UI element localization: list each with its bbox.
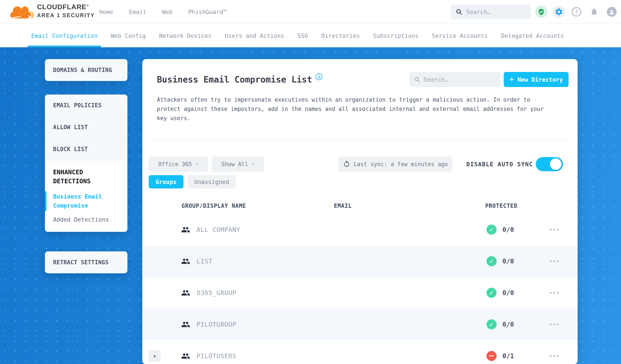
divider <box>149 140 568 140</box>
gear-icon[interactable] <box>553 6 565 18</box>
sidebar-card-retract-settings: RETRACT SETTINGS <box>45 251 127 273</box>
row-menu-button[interactable] <box>550 227 563 232</box>
global-search-input[interactable] <box>466 9 526 15</box>
table-row[interactable]: O365_GROUP 0/0 <box>142 277 578 309</box>
sidebar-item-added-detections[interactable]: Added Detections <box>53 216 119 223</box>
group-icon <box>181 225 190 235</box>
topnav-item[interactable]: Home <box>99 9 113 15</box>
table-body: ALL COMPANY 0/0 LIST <box>142 214 578 364</box>
tab-groups[interactable]: Groups <box>149 175 184 189</box>
table-row[interactable]: ALL COMPANY 0/0 <box>142 214 578 245</box>
protected-status-icon <box>486 288 497 298</box>
row-menu-button[interactable] <box>550 353 563 359</box>
protected-status-icon <box>486 351 497 361</box>
subnav-tab[interactable]: Users and Actions <box>221 24 288 47</box>
user-avatar-icon[interactable] <box>605 6 618 18</box>
row-menu-button[interactable] <box>550 321 563 327</box>
column-email: EMAIL <box>334 203 352 209</box>
show-filter-value: Show All <box>221 161 248 167</box>
row-menu-button[interactable] <box>550 258 563 264</box>
subnav-tab[interactable]: Network Devices <box>155 24 215 47</box>
table-row[interactable]: PILOTUSERS 0/1 <box>142 340 578 364</box>
table-row[interactable]: PILOTGROUP 0/0 <box>142 309 578 340</box>
subnav-tab[interactable]: Email Configuration <box>28 24 101 47</box>
global-search[interactable] <box>451 4 531 19</box>
search-icon <box>414 76 420 83</box>
show-filter-select[interactable]: Show All ▾ <box>212 156 264 172</box>
tab-unassigned[interactable]: Unassigned <box>187 175 236 189</box>
sub-nav: Email ConfigurationWeb ConfigNetwork Dev… <box>0 24 621 47</box>
group-icon <box>181 351 190 362</box>
protected-status-icon <box>486 256 497 266</box>
sidebar-item-business-email-compromise[interactable]: Business Email Compromise <box>53 192 119 210</box>
sidebar-item-domains-routing[interactable]: DOMAINS & ROUTING <box>45 59 127 81</box>
list-search-input[interactable] <box>424 76 496 83</box>
subnav-tab[interactable]: Web Config <box>107 24 149 47</box>
app-root: CLOUDFLARE® AREA 1 SECURITY HomeEmailWeb… <box>0 0 621 364</box>
main-panel: Business Email Compromise List i + New D… <box>142 59 578 364</box>
toggle-knob <box>550 158 561 170</box>
column-protected: PROTECTED <box>485 203 518 209</box>
new-directory-label: New Directory <box>518 76 563 83</box>
group-icon <box>181 320 190 330</box>
chevron-down-icon: ▾ <box>252 162 255 167</box>
sidebar-section-enhanced-detections: ENHANCED DETECTIONS Business Email Compr… <box>45 160 127 232</box>
group-icon <box>181 288 190 298</box>
sidebar-item-retract-settings[interactable]: RETRACT SETTINGS <box>45 251 127 273</box>
group-icon <box>181 257 190 267</box>
last-sync-label: Last sync: a few minutes ago <box>354 161 448 167</box>
group-name: PILOTUSERS <box>197 340 236 364</box>
protected-status-icon <box>486 319 497 329</box>
plus-icon: + <box>509 75 514 84</box>
sidebar-card-domains-routing: DOMAINS & ROUTING <box>45 59 127 81</box>
auto-sync-toggle[interactable] <box>536 157 563 171</box>
sidebar-item-block-list[interactable]: BLOCK LIST <box>45 139 127 160</box>
topnav-item[interactable]: PhishGuard™ <box>188 9 227 15</box>
subnav-tab[interactable]: Directories <box>318 24 363 47</box>
subnav-tab[interactable]: Delegated Accounts <box>498 24 568 47</box>
subnav-tab[interactable]: Service Accounts <box>429 24 491 47</box>
list-search[interactable] <box>410 72 501 87</box>
help-icon[interactable]: ? <box>570 6 583 18</box>
cloudflare-logo-icon <box>9 2 35 22</box>
expand-row-button[interactable] <box>149 350 161 362</box>
new-directory-button[interactable]: + New Directory <box>504 72 569 87</box>
info-icon[interactable]: i <box>315 73 322 80</box>
subnav-tab[interactable]: Subscriptions <box>370 24 422 47</box>
search-icon <box>456 8 462 15</box>
protected-status-icon <box>486 225 497 235</box>
page-background: DOMAINS & ROUTING EMAIL POLICIES ALLOW L… <box>0 47 621 364</box>
last-sync-button[interactable]: Last sync: a few minutes ago <box>338 156 452 172</box>
sidebar-item-allow-list[interactable]: ALLOW LIST <box>45 117 127 139</box>
notifications-bell-icon[interactable] <box>588 6 600 18</box>
page-title: Business Email Compromise List <box>157 75 312 85</box>
sidebar-item-enhanced-detections[interactable]: ENHANCED DETECTIONS <box>53 168 119 186</box>
protected-count: 0/0 <box>502 245 514 277</box>
protected-count: 0/1 <box>502 340 514 364</box>
auto-sync-label: DISABLE AUTO SYNC <box>466 156 533 172</box>
security-shield-icon[interactable] <box>535 6 548 18</box>
topbar-icons: ? <box>535 0 618 24</box>
chevron-right-icon <box>154 352 156 360</box>
group-name: ALL COMPANY <box>197 214 240 245</box>
table-row[interactable]: LIST 0/0 <box>142 245 578 277</box>
group-name: PILOTGROUP <box>197 309 236 340</box>
protected-count: 0/0 <box>502 309 514 340</box>
directory-select[interactable]: Office 365 ▾ <box>149 156 208 172</box>
brand-text: CLOUDFLARE® AREA 1 SECURITY <box>37 3 95 18</box>
group-name: LIST <box>197 245 212 277</box>
directory-select-value: Office 365 <box>158 161 192 167</box>
topnav-item[interactable]: Email <box>129 9 146 15</box>
refresh-icon <box>343 160 350 168</box>
brand-subtitle: AREA 1 SECURITY <box>37 12 95 18</box>
panel-header: Business Email Compromise List i + New D… <box>157 71 569 87</box>
registered-mark: ® <box>86 4 89 7</box>
sidebar-card-email-policies: EMAIL POLICIES ALLOW LIST BLOCK LIST ENH… <box>45 95 127 232</box>
chevron-down-icon: ▾ <box>196 162 198 167</box>
subnav-tab[interactable]: SSO <box>294 24 311 47</box>
table-header: GROUP/DISPLAY NAME EMAIL PROTECTED <box>142 203 578 212</box>
brand-title: CLOUDFLARE <box>37 3 86 11</box>
topnav-item[interactable]: Web <box>162 9 172 15</box>
sidebar-item-email-policies[interactable]: EMAIL POLICIES <box>45 95 127 117</box>
row-menu-button[interactable] <box>550 290 563 295</box>
